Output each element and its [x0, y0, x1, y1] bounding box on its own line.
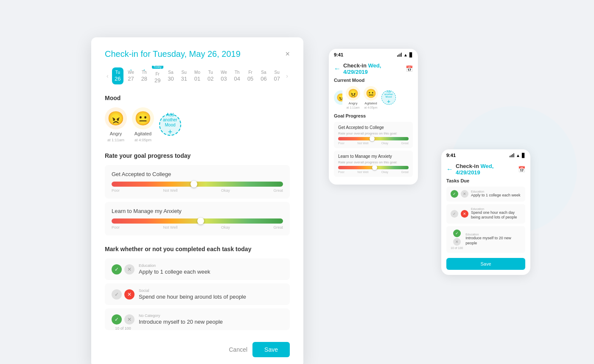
modal-title-date: Tuesday, May 26, 2019 [153, 49, 241, 59]
angry-time: at 1:11am [107, 138, 124, 142]
calendar-day-29[interactable]: Today Fr 29 [152, 66, 163, 86]
task-college-cross-icon[interactable]: ✕ [124, 264, 134, 274]
goal-anxiety-track[interactable] [112, 218, 283, 224]
phone1-back-button[interactable]: ← [334, 65, 341, 73]
phone2-calendar-icon[interactable]: 📅 [518, 166, 525, 173]
modal-close-button[interactable]: × [285, 50, 290, 59]
modal-header: Check-in for Tuesday, May 26, 2019 × [105, 49, 290, 59]
mood-section: Mood 😠 Angry at 1:11am 😐 Agitated at 4:0… [105, 95, 290, 142]
goal-anxiety-thumb[interactable] [197, 218, 204, 224]
add-mood-button[interactable]: Add another Mood + [159, 114, 181, 136]
phone2-task-2: ✓ ✕ Education Spend one hour each day be… [446, 204, 525, 224]
task-college-check-icon[interactable]: ✓ [112, 264, 122, 274]
phone1-agitated-item: 😐 Agitated at 4:05pm [364, 86, 378, 109]
phone1-anxiety-thumb[interactable] [372, 165, 377, 170]
phone1-anxiety-track[interactable] [338, 166, 409, 169]
calendar-day-05[interactable]: Fr 05 [244, 67, 256, 84]
phone2-task-3: ✓ ✕ 10 of 100 Education Introduce myself… [446, 226, 525, 253]
main-modal: Check-in for Tuesday, May 26, 2019 × ‹ T… [91, 37, 303, 364]
wifi-icon: ▲ [403, 53, 408, 57]
calendar-day-01[interactable]: Mo 01 [191, 67, 203, 84]
agitated-emoji: 😐 [132, 107, 154, 129]
modal-title-text: Check-in for [105, 49, 153, 59]
task-introduce-name: Introduce myself to 20 new people [139, 319, 283, 325]
task-introduce-check-icon[interactable]: ✓ [112, 314, 122, 325]
phone2-task3-progress: 10 of 100 [451, 246, 463, 249]
task-social-cross-icon[interactable]: ✕ [124, 289, 134, 300]
calendar-day-07[interactable]: Su 07 [271, 67, 283, 84]
calendar-prev-button[interactable]: ‹ [105, 71, 110, 81]
phone1-agitated-emoji: 😐 [364, 86, 378, 101]
modal-title: Check-in for Tuesday, May 26, 2019 [105, 49, 241, 59]
phone1-goal-anxiety: Learn to Manage my Anxiety Rate your ove… [334, 151, 413, 177]
phone1-time: 9:41 [334, 52, 343, 57]
calendar-day-06[interactable]: Sa 06 [258, 67, 269, 84]
add-mood-item: Add another Mood + [159, 114, 181, 136]
calendar-day-04[interactable]: Th 04 [231, 67, 243, 84]
phone2-wifi-icon: ▲ [516, 153, 520, 158]
goal-college-track[interactable] [112, 182, 283, 187]
mood-item-angry: 😠 Angry at 1:11am [105, 107, 127, 142]
phone2-task-1: ✓ ✕ Education Apply to 1 college each we… [446, 187, 525, 202]
goal-item-college: Get Accepted to College Poor Not Well Ok… [105, 165, 290, 199]
phone1-add-mood-button[interactable]: Add another Mood + [381, 90, 396, 105]
goal-item-anxiety: Learn to Manage my Anxiety Poor Not Well… [105, 202, 290, 235]
mood-section-title: Mood [105, 95, 290, 101]
mood-item-agitated: 😐 Agitated at 4:05pm [132, 107, 154, 142]
modal-footer: Cancel Save [105, 339, 290, 357]
battery-icon: ▊ [409, 53, 413, 57]
phone1-college-track[interactable] [338, 137, 409, 140]
phone2-task2-check[interactable]: ✓ [451, 210, 458, 218]
phone1-calendar-icon[interactable]: 📅 [406, 65, 413, 72]
goal-college-thumb[interactable] [191, 181, 197, 188]
calendar-strip: ‹ Tu 26 • We 27 • Th 28 Today Fr 29 Sa 3… [105, 66, 290, 86]
calendar-day-28[interactable]: • Th 28 [138, 67, 150, 84]
agitated-name: Agitated [134, 131, 151, 136]
phone2-body: ← Check-in Wed, 4/29/2019 📅 Tasks Due ✓ … [441, 160, 530, 275]
phone2-task1-check[interactable]: ✓ [451, 190, 458, 198]
phone2-status-bar: 9:41 ▲ ▊ [441, 149, 530, 160]
phone2-tasks-label: Tasks Due [446, 178, 525, 183]
phone2-battery-icon: ▊ [522, 153, 525, 158]
calendar-day-03[interactable]: We 03 [218, 67, 230, 84]
agitated-time: at 4:05pm [134, 138, 151, 142]
cancel-button[interactable]: Cancel [229, 346, 247, 353]
task-social-category: Social [139, 288, 283, 293]
phone1-status-bar: 9:41 ▲ ▊ [329, 49, 418, 59]
task-item-social: ✓ ✕ Social Spend one hour being around l… [105, 283, 290, 305]
angry-emoji: 😠 [105, 107, 127, 129]
save-button[interactable]: Save [252, 342, 290, 357]
phone2-signal-icon [510, 153, 514, 157]
phone2-task2-cross[interactable]: ✕ [461, 210, 468, 218]
tasks-section: Mark whether or not you completed each t… [105, 246, 290, 330]
phone1-body: ← Check-in Wed, 4/29/2019 📅 Current Mood… [329, 59, 418, 185]
goal-college-name: Get Accepted to College [112, 171, 283, 177]
phone2-back-button[interactable]: ← [446, 165, 453, 173]
goal-anxiety-name: Learn to Manage my Anxiety [112, 208, 283, 214]
add-mood-plus-icon: + [168, 128, 173, 137]
phone2-time: 9:41 [446, 153, 456, 158]
phone2-task3-check[interactable]: ✓ [453, 230, 461, 237]
mood-items: 😠 Angry at 1:11am 😐 Agitated at 4:05pm A… [105, 107, 290, 142]
phone1-college-thumb[interactable] [370, 136, 375, 141]
task-college-category: Education [139, 263, 283, 268]
phone2-task3-cross[interactable]: ✕ [453, 238, 461, 246]
phone2-task1-cross[interactable]: ✕ [461, 190, 468, 198]
calendar-day-26[interactable]: Tu 26 [112, 67, 123, 84]
calendar-day-02[interactable]: Tu 02 [205, 67, 216, 84]
task-item-college: ✓ ✕ Education Apply to 1 college each we… [105, 258, 290, 280]
task-social-name: Spend one hour being around lots of peop… [139, 294, 283, 300]
angry-name: Angry [110, 131, 122, 136]
calendar-day-31[interactable]: Su 31 [178, 67, 190, 84]
task-introduce-cross-icon[interactable]: ✕ [124, 314, 134, 325]
calendar-day-30[interactable]: Sa 30 [165, 67, 177, 84]
phone2-save-button[interactable]: Save [446, 258, 525, 270]
phone-mockup-2: 9:41 ▲ ▊ ← Check-in Wed, 4/29/2019 📅 Tas… [441, 149, 530, 275]
task-college-name: Apply to 1 college each week [139, 269, 283, 275]
phone1-mood-label: Current Mood [334, 78, 413, 83]
calendar-day-27[interactable]: • We 27 [125, 67, 137, 84]
phone1-mood-row: 😠 😠 Angry at 1:11am 😐 Agitated at 4:05pm… [334, 86, 413, 109]
tasks-section-title: Mark whether or not you completed each t… [105, 246, 290, 252]
task-social-check-icon[interactable]: ✓ [112, 289, 122, 300]
calendar-next-button[interactable]: › [284, 71, 290, 81]
